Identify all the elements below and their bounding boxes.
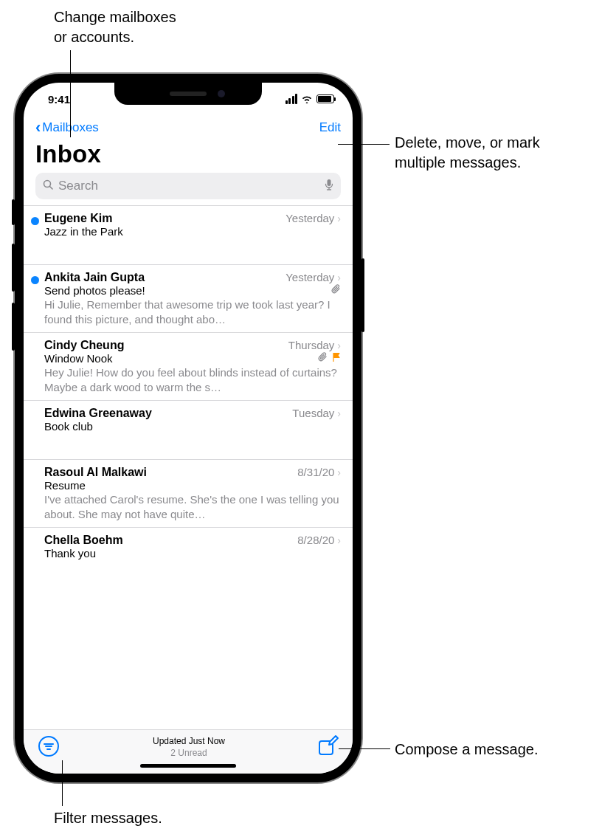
sender-label: Rasoul Al Malkawi [44,466,147,479]
chevron-right-icon: › [337,213,341,224]
chevron-right-icon: › [337,407,341,419]
sender-label: Cindy Cheung [44,339,124,352]
signal-icon [285,94,298,104]
indicator-group [331,284,341,297]
status-icons [285,94,335,104]
battery-icon [316,94,334,103]
chevron-right-icon: › [337,340,341,351]
date-wrap: 8/28/20› [297,534,341,546]
sender-label: Eugene Kim [44,212,112,225]
sender-label: Ankita Jain Gupta [44,271,145,284]
message-row[interactable]: Rasoul Al Malkawi8/31/20›ResumeI've atta… [24,459,353,527]
callout-filter: Filter messages. [54,808,162,828]
subject-label: Send photos please! [44,284,145,297]
date-wrap: Yesterday› [285,271,341,283]
message-row[interactable]: Ankita Jain GuptaYesterday›Send photos p… [24,264,353,332]
callout-line [62,760,63,806]
svg-line-1 [50,186,53,189]
date-label: 8/28/20 [297,534,334,546]
sender-label: Chella Boehm [44,534,123,547]
message-list[interactable]: Eugene KimYesterday›Jazz in the ParkAnki… [24,205,353,729]
chevron-right-icon: › [337,534,341,546]
search-input[interactable]: Search [35,173,341,199]
subject-label: Jazz in the Park [44,225,123,238]
toolbar-status: Updated Just Now 2 Unread [153,736,225,759]
date-label: 8/31/20 [297,466,334,478]
preview-text: Hi Julie, Remember that awesome trip we … [44,297,341,326]
subject-label: Resume [44,479,86,492]
search-icon [43,179,54,193]
message-row[interactable]: Chella Boehm8/28/20›Thank you [24,527,353,586]
edit-button[interactable]: Edit [319,120,341,135]
flag-icon [332,352,341,365]
side-button [12,303,15,351]
callout-compose: Compose a message. [395,740,539,760]
subject-label: Thank you [44,547,96,560]
side-button [361,258,364,332]
date-label: Thursday [288,339,335,351]
subject-label: Book club [44,420,93,433]
date-wrap: Thursday› [288,339,341,351]
message-row[interactable]: Eugene KimYesterday›Jazz in the Park [24,205,353,264]
compose-button[interactable] [319,736,338,755]
filter-button[interactable] [38,736,59,757]
attachment-icon [318,352,328,365]
side-button [12,199,15,225]
date-wrap: Tuesday› [292,407,341,419]
callout-edit: Delete, move, or mark multiple messages. [395,133,540,173]
date-label: Tuesday [292,407,334,419]
title-row: Inbox [24,139,353,173]
unread-dot-icon [31,276,39,284]
date-label: Yesterday [285,271,334,283]
page-title: Inbox [35,140,341,168]
date-wrap: 8/31/20› [297,466,341,478]
wifi-icon [301,94,313,103]
filter-icon [44,742,54,751]
preview-text: I've attached Carol's resume. She's the … [44,492,341,521]
side-button [12,244,15,292]
nav-bar: ‹ Mailboxes Edit [24,115,353,139]
chevron-right-icon: › [337,272,341,283]
updated-label: Updated Just Now [153,736,225,748]
status-time: 9:41 [42,93,70,106]
callout-line [339,748,390,749]
notch [114,83,262,105]
preview-text: Hey Julie! How do you feel about blinds … [44,365,341,394]
indicator-group [318,352,341,365]
date-label: Yesterday [285,212,334,224]
date-wrap: Yesterday› [285,212,341,224]
search-placeholder: Search [58,179,320,193]
unread-count: 2 Unread [153,748,225,760]
callout-line [338,144,390,145]
callout-line [70,50,71,137]
search-wrap: Search [24,173,353,205]
chevron-left-icon: ‹ [35,120,41,136]
message-row[interactable]: Edwina GreenawayTuesday›Book club [24,400,353,459]
mailboxes-back-button[interactable]: ‹ Mailboxes [35,120,99,136]
svg-rect-2 [328,179,331,186]
home-indicator[interactable] [140,764,236,768]
attachment-icon [331,284,341,297]
message-row[interactable]: Cindy CheungThursday›Window NookHey Juli… [24,332,353,400]
chevron-right-icon: › [337,467,341,478]
phone-frame: 9:41 ‹ Mailboxes Edit Inbox Search [15,74,361,782]
microphone-icon[interactable] [325,179,333,193]
unread-dot-icon [31,217,39,225]
callout-mailboxes: Change mailboxes or accounts. [54,7,176,47]
subject-label: Window Nook [44,352,113,365]
screen: 9:41 ‹ Mailboxes Edit Inbox Search [24,83,353,774]
sender-label: Edwina Greenaway [44,407,152,420]
